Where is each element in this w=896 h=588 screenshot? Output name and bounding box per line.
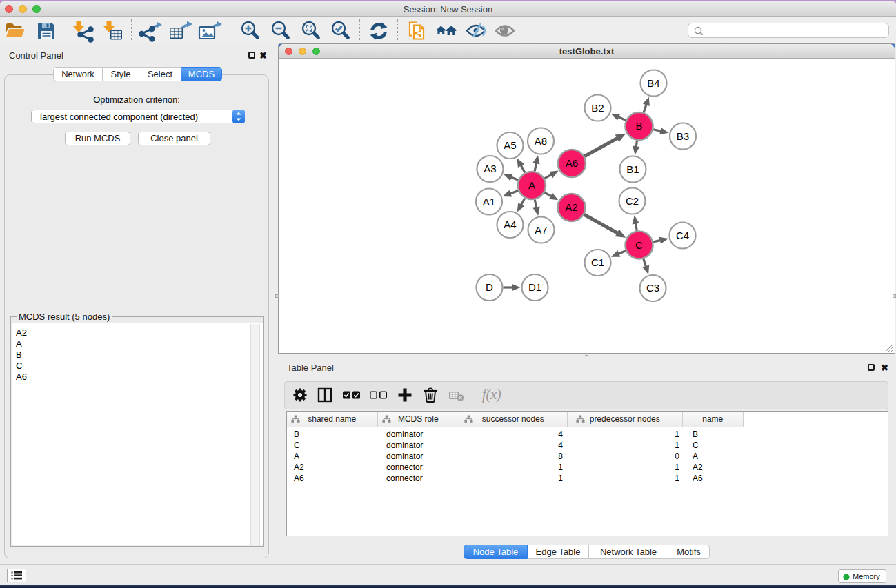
- svg-text:D: D: [486, 281, 493, 293]
- svg-text:C3: C3: [646, 282, 659, 294]
- svg-text:A: A: [528, 179, 535, 191]
- svg-text:D1: D1: [528, 281, 541, 293]
- svg-text:A7: A7: [535, 224, 547, 236]
- svg-text:C4: C4: [676, 230, 689, 241]
- svg-text:A6: A6: [566, 157, 578, 169]
- svg-text:A8: A8: [535, 135, 547, 147]
- svg-text:B4: B4: [647, 77, 659, 89]
- svg-text:A4: A4: [504, 219, 516, 230]
- svg-text:A5: A5: [504, 139, 516, 151]
- svg-text:A2: A2: [565, 201, 577, 213]
- svg-text:C2: C2: [626, 195, 639, 207]
- svg-text:C1: C1: [591, 256, 604, 268]
- svg-text:A1: A1: [483, 196, 495, 207]
- svg-text:B1: B1: [626, 163, 639, 175]
- svg-text:C: C: [635, 239, 643, 251]
- svg-text:A3: A3: [484, 163, 496, 174]
- svg-text:B3: B3: [677, 130, 689, 142]
- svg-text:B: B: [635, 120, 642, 132]
- svg-text:B2: B2: [591, 102, 604, 114]
